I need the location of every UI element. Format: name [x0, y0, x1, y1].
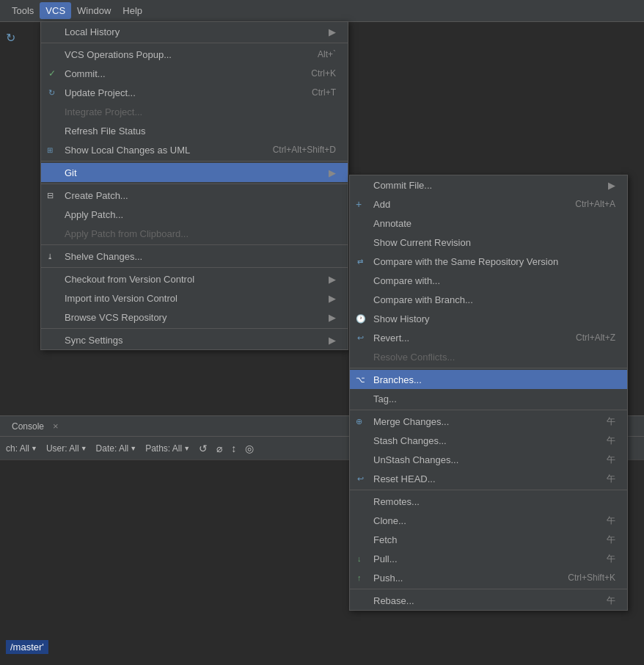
menu-item-refresh-file-status[interactable]: Refresh File Status — [41, 121, 348, 140]
master-line-container: /master' — [0, 640, 644, 654]
menu-shortcut: 午 — [607, 553, 615, 565]
submenu-arrow-icon: ▶ — [329, 167, 336, 178]
menu-item-label: Branches... — [373, 374, 422, 385]
menu-item-update-project[interactable]: ↻ Update Project... Ctrl+T — [41, 83, 348, 102]
git-menu-revert[interactable]: ↩ Revert... Ctrl+Alt+Z — [350, 328, 627, 347]
menu-shortcut: Ctrl+T — [312, 87, 336, 98]
menubar: Tools VCS Window Help — [0, 0, 644, 22]
shelve-icon: ⤓ — [47, 252, 53, 261]
menu-item-label: Show History — [373, 313, 430, 324]
refresh-icon[interactable]: ↻ — [6, 31, 15, 45]
git-menu-stash-changes[interactable]: Stash Changes... 午 — [350, 431, 627, 450]
menu-item-label: Commit... — [65, 68, 106, 79]
menu-item-label: Pull... — [373, 553, 398, 564]
submenu-arrow-icon: ▶ — [329, 312, 336, 323]
user-filter[interactable]: User: All ▼ — [46, 443, 87, 454]
separator-2 — [41, 161, 348, 161]
menu-item-checkout-vcs[interactable]: Checkout from Version Control ▶ — [41, 269, 348, 288]
refresh-log-button[interactable]: ↺ — [199, 443, 208, 454]
menu-item-label: Local History — [65, 26, 120, 37]
menu-item-git[interactable]: Git ▶ — [41, 163, 348, 182]
menu-item-browse-vcs[interactable]: Browse VCS Repository ▶ — [41, 308, 348, 327]
menu-shortcut: 午 — [607, 473, 615, 485]
menu-item-import-vcs[interactable]: Import into Version Control ▶ — [41, 288, 348, 308]
menu-item-local-history[interactable]: Local History ▶ — [41, 22, 348, 41]
merge-icon: ⊕ — [356, 417, 362, 426]
menu-item-label: Shelve Changes... — [65, 251, 142, 262]
menu-shortcut: 午 — [607, 515, 615, 527]
date-dropdown-arrow: ▼ — [130, 445, 136, 452]
console-close-button[interactable]: × — [53, 421, 59, 432]
menu-shortcut: Ctrl+Shift+K — [568, 573, 615, 583]
console-tab-label[interactable]: Console — [6, 418, 50, 435]
menu-item-shelve-changes[interactable]: ⤓ Shelve Changes... — [41, 247, 348, 266]
git-menu-branches[interactable]: ⌥ Branches... — [350, 370, 627, 389]
git-menu-show-current-revision[interactable]: Show Current Revision — [350, 233, 627, 252]
menu-item-label: Browse VCS Repository — [65, 312, 167, 323]
git-menu-show-history[interactable]: 🕐 Show History — [350, 309, 627, 328]
menu-shortcut: 午 — [607, 534, 615, 546]
menu-item-label: Annotate — [373, 218, 411, 229]
submenu-arrow-icon: ▶ — [329, 274, 336, 285]
git-menu-commit-file[interactable]: Commit File... ▶ — [350, 175, 627, 195]
paths-filter-label: Paths: All — [145, 443, 182, 454]
settings-button[interactable]: ◎ — [245, 443, 254, 454]
git-menu-annotate[interactable]: Annotate — [350, 214, 627, 233]
git-separator-4 — [350, 589, 627, 589]
git-menu-remotes[interactable]: Remotes... — [350, 492, 627, 511]
menu-item-label: Rebase... — [373, 595, 414, 606]
user-dropdown-arrow: ▼ — [81, 445, 87, 452]
menu-item-label: Compare with Branch... — [373, 294, 473, 305]
git-menu-compare-with[interactable]: Compare with... — [350, 271, 627, 290]
menu-item-label: Compare with the Same Repository Version — [373, 256, 558, 267]
git-menu-clone[interactable]: Clone... 午 — [350, 511, 627, 530]
vcs-dropdown-menu: Local History ▶ VCS Operations Popup... … — [40, 21, 348, 350]
menubar-vcs[interactable]: VCS — [40, 2, 71, 19]
git-menu-fetch[interactable]: Fetch 午 — [350, 530, 627, 549]
collapse-button[interactable]: ⌀ — [216, 443, 222, 454]
menu-shortcut: Alt+` — [318, 49, 336, 59]
menu-item-label: Clone... — [373, 515, 406, 526]
git-menu-pull[interactable]: ↓ Pull... 午 — [350, 549, 627, 568]
check-icon: ✓ — [48, 68, 56, 79]
git-menu-push[interactable]: ↑ Push... Ctrl+Shift+K — [350, 568, 627, 587]
branch-filter-label: ch: All — [6, 443, 29, 454]
menu-item-sync-settings[interactable]: Sync Settings ▶ — [41, 330, 348, 349]
menu-item-label: Git — [65, 167, 77, 178]
menu-item-label: Tag... — [373, 393, 397, 404]
menu-item-apply-patch-clipboard: Apply Patch from Clipboard... — [41, 224, 348, 243]
menu-shortcut: 午 — [607, 454, 615, 466]
git-menu-unstash-changes[interactable]: UnStash Changes... 午 — [350, 450, 627, 469]
menu-item-label: Refresh File Status — [65, 126, 146, 137]
menubar-help[interactable]: Help — [117, 2, 148, 19]
git-menu-rebase[interactable]: Rebase... 午 — [350, 591, 627, 610]
menu-item-label: Push... — [373, 573, 403, 584]
submenu-arrow-icon: ▶ — [329, 26, 336, 37]
plus-icon: + — [356, 198, 362, 210]
menubar-window[interactable]: Window — [71, 2, 117, 19]
submenu-arrow-icon: ▶ — [329, 293, 336, 304]
git-menu-merge-changes[interactable]: ⊕ Merge Changes... 午 — [350, 412, 627, 431]
menu-item-label: Reset HEAD... — [373, 473, 436, 484]
branch-filter[interactable]: ch: All ▼ — [6, 443, 37, 454]
git-menu-compare-with-branch[interactable]: Compare with Branch... — [350, 290, 627, 309]
git-menu-tag[interactable]: Tag... — [350, 389, 627, 408]
menu-item-label: Show Local Changes as UML — [65, 145, 190, 156]
paths-filter[interactable]: Paths: All ▼ — [145, 443, 190, 454]
menu-item-vcs-operations[interactable]: VCS Operations Popup... Alt+` — [41, 45, 348, 64]
menu-shortcut: Ctrl+Alt+Z — [576, 332, 615, 343]
menu-item-show-local-changes-uml[interactable]: ⊞ Show Local Changes as UML Ctrl+Alt+Shi… — [41, 140, 348, 159]
git-menu-compare-same-repo[interactable]: ⇄ Compare with the Same Repository Versi… — [350, 252, 627, 271]
git-menu-resolve-conflicts: Resolve Conflicts... — [350, 347, 627, 366]
date-filter[interactable]: Date: All ▼ — [96, 443, 137, 454]
menu-item-apply-patch[interactable]: Apply Patch... — [41, 205, 348, 224]
git-menu-add[interactable]: + Add Ctrl+Alt+A — [350, 195, 627, 214]
menu-item-commit[interactable]: ✓ Commit... Ctrl+K — [41, 64, 348, 83]
menu-item-label: UnStash Changes... — [373, 454, 458, 465]
sort-button[interactable]: ↕ — [231, 443, 236, 454]
menubar-tools[interactable]: Tools — [6, 2, 40, 19]
menu-item-label: Compare with... — [373, 275, 440, 286]
menu-item-create-patch[interactable]: ⊟ Create Patch... — [41, 186, 348, 205]
menu-item-label: Commit File... — [373, 180, 432, 191]
git-menu-reset-head[interactable]: ↩ Reset HEAD... 午 — [350, 469, 627, 488]
